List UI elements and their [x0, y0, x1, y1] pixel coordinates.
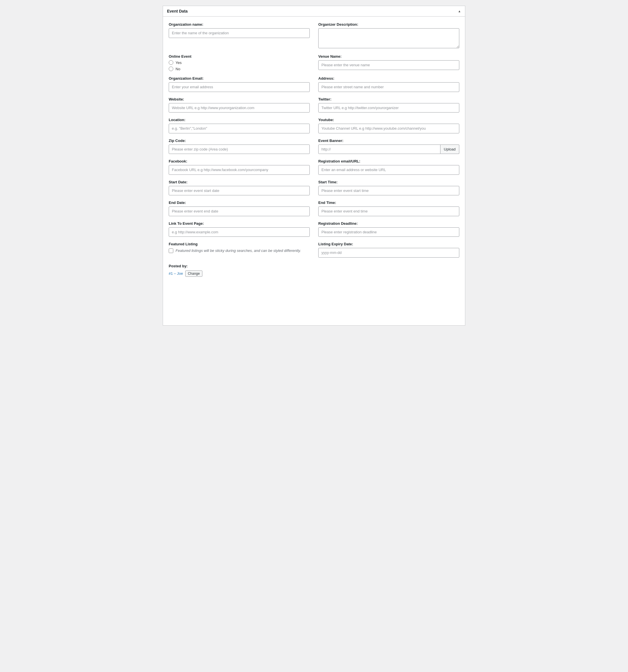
end-date-input[interactable]	[169, 207, 310, 216]
registration-deadline-group: Registration Deadline:	[318, 221, 459, 237]
organization-email-input[interactable]	[169, 82, 310, 92]
organization-name-group: Organization name:	[169, 22, 310, 49]
panel-title: Event Data	[167, 9, 187, 14]
online-event-no-radio[interactable]	[169, 67, 173, 71]
venue-name-group: Venue Name:	[318, 54, 459, 71]
featured-listing-checkbox[interactable]	[169, 248, 173, 253]
row-1: Organization name: Organizer Description…	[169, 22, 459, 54]
link-to-event-page-input[interactable]	[169, 227, 310, 237]
organization-email-group: Organization Email:	[169, 76, 310, 92]
upload-button[interactable]: Upload	[441, 145, 459, 154]
event-banner-input[interactable]	[318, 145, 441, 154]
listing-expiry-date-group: Listing Expiry Date:	[318, 242, 459, 258]
online-event-group: Online Event Yes No	[169, 54, 310, 71]
end-date-group: End Date:	[169, 200, 310, 216]
featured-listing-checkbox-label[interactable]: Featured listings will be sticky during …	[169, 248, 310, 254]
end-date-label: End Date:	[169, 200, 310, 205]
row-7: Facebook: Registration email/URL:	[169, 159, 459, 180]
online-event-yes-radio[interactable]	[169, 60, 173, 65]
event-banner-label: Event Banner:	[318, 139, 459, 143]
facebook-group: Facebook:	[169, 159, 310, 175]
row-3: Organization Email: Address:	[169, 76, 459, 97]
row-11: Featured Listing Featured listings will …	[169, 242, 459, 263]
online-event-no-text: No	[176, 67, 180, 71]
row-10: Link To Event Page: Registration Deadlin…	[169, 221, 459, 242]
location-label: Location:	[169, 118, 310, 122]
featured-listing-label: Featured Listing	[169, 242, 310, 246]
row-8: Start Date: Start Time:	[169, 180, 459, 201]
posted-by-label: Posted by:	[169, 264, 459, 268]
posted-by-value: #1 – Joe Change	[169, 270, 459, 277]
website-input[interactable]	[169, 103, 310, 113]
venue-name-label: Venue Name:	[318, 54, 459, 58]
start-date-input[interactable]	[169, 186, 310, 196]
website-label: Website:	[169, 97, 310, 101]
facebook-input[interactable]	[169, 165, 310, 175]
organizer-description-group: Organizer Description:	[318, 22, 459, 49]
registration-deadline-input[interactable]	[318, 227, 459, 237]
link-to-event-page-label: Link To Event Page:	[169, 221, 310, 225]
organizer-description-label: Organizer Description:	[318, 22, 459, 27]
youtube-group: Youtube:	[318, 118, 459, 134]
online-event-yes-label[interactable]: Yes	[169, 60, 310, 65]
panel-header: Event Data ▲	[163, 6, 465, 17]
twitter-label: Twitter:	[318, 97, 459, 101]
online-event-label: Online Event	[169, 54, 310, 58]
event-data-panel: Event Data ▲ Organization name: Organize…	[163, 6, 465, 326]
start-date-label: Start Date:	[169, 180, 310, 184]
address-label: Address:	[318, 76, 459, 80]
online-event-radio-group: Yes No	[169, 60, 310, 71]
organizer-description-input[interactable]	[318, 28, 459, 48]
panel-toggle-icon[interactable]: ▲	[458, 9, 461, 13]
registration-email-url-group: Registration email/URL:	[318, 159, 459, 175]
event-banner-group: Event Banner: Upload	[318, 139, 459, 154]
posted-by-change-button[interactable]: Change	[185, 270, 202, 277]
youtube-label: Youtube:	[318, 118, 459, 122]
registration-email-url-label: Registration email/URL:	[318, 159, 459, 163]
row-6: Zip Code: Event Banner: Upload	[169, 139, 459, 159]
end-time-input[interactable]	[318, 207, 459, 216]
online-event-no-label[interactable]: No	[169, 67, 310, 71]
start-time-input[interactable]	[318, 186, 459, 196]
start-time-group: Start Time:	[318, 180, 459, 196]
website-group: Website:	[169, 97, 310, 113]
row-5: Location: Youtube:	[169, 118, 459, 139]
online-event-yes-text: Yes	[176, 61, 181, 65]
posted-by-link[interactable]: #1 – Joe	[169, 271, 183, 275]
organization-email-label: Organization Email:	[169, 76, 310, 80]
youtube-input[interactable]	[318, 124, 459, 134]
facebook-label: Facebook:	[169, 159, 310, 163]
event-banner-input-wrapper: Upload	[318, 145, 459, 154]
featured-listing-description: Featured listings will be sticky during …	[176, 248, 301, 254]
featured-listing-group: Featured Listing Featured listings will …	[169, 242, 310, 258]
row-2: Online Event Yes No Venue Name:	[169, 54, 459, 76]
organization-name-input[interactable]	[169, 28, 310, 38]
zip-code-input[interactable]	[169, 145, 310, 154]
start-time-label: Start Time:	[318, 180, 459, 184]
address-group: Address:	[318, 76, 459, 92]
listing-expiry-date-input[interactable]	[318, 248, 459, 258]
registration-deadline-label: Registration Deadline:	[318, 221, 459, 225]
location-group: Location:	[169, 118, 310, 134]
posted-by-section: Posted by: #1 – Joe Change	[169, 264, 459, 277]
panel-body: Organization name: Organizer Description…	[163, 17, 465, 284]
end-time-group: End Time:	[318, 200, 459, 216]
zip-code-label: Zip Code:	[169, 139, 310, 143]
link-to-event-page-group: Link To Event Page:	[169, 221, 310, 237]
row-9: End Date: End Time:	[169, 200, 459, 221]
organization-name-label: Organization name:	[169, 22, 310, 27]
end-time-label: End Time:	[318, 200, 459, 205]
twitter-input[interactable]	[318, 103, 459, 113]
location-input[interactable]	[169, 124, 310, 134]
registration-email-url-input[interactable]	[318, 165, 459, 175]
row-4: Website: Twitter:	[169, 97, 459, 118]
twitter-group: Twitter:	[318, 97, 459, 113]
address-input[interactable]	[318, 82, 459, 92]
listing-expiry-date-label: Listing Expiry Date:	[318, 242, 459, 246]
start-date-group: Start Date:	[169, 180, 310, 196]
zip-code-group: Zip Code:	[169, 139, 310, 154]
venue-name-input[interactable]	[318, 60, 459, 70]
